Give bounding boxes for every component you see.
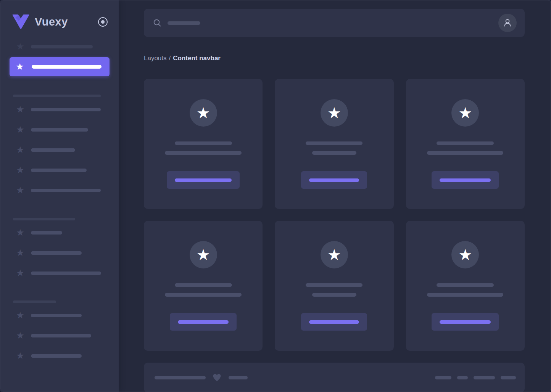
vuexy-logo-icon [12,14,30,29]
sidebar-menu-item[interactable]: ★ [16,185,119,195]
sidebar-menu: ★ ★ ★ ★ ★ ★ ★ ★ ★ ★ ★ ★ [0,42,119,361]
demo-card: ★ [275,221,393,351]
sidebar-item-ghost[interactable]: ★ [16,42,119,51]
user-avatar[interactable] [498,14,517,32]
card-title-placeholder [175,283,232,287]
breadcrumb-current: Content navbar [173,55,221,62]
button-label-placeholder [178,320,229,324]
search-icon [153,19,161,27]
sidebar-menu-item[interactable]: ★ [16,104,119,114]
card-action-button[interactable] [432,313,499,331]
breadcrumb: Layouts/Content navbar [144,55,525,63]
sidebar-menu-item[interactable]: ★ [16,351,119,361]
footer-text-placeholder [155,376,206,379]
footer-link-placeholder [435,376,451,379]
card-action-button[interactable] [432,171,499,189]
footer-copyright [155,373,248,382]
sidebar-section-header-placeholder [13,218,75,220]
menu-label-placeholder [31,354,82,358]
star-icon: ★ [327,105,341,120]
star-icon: ★ [458,247,472,262]
radio-circle-icon[interactable] [98,17,108,27]
sidebar-menu-item[interactable]: ★ [16,165,119,175]
card-star-badge: ★ [321,241,348,268]
star-icon: ★ [15,62,24,72]
menu-label-placeholder [32,65,102,69]
card-action-button[interactable] [301,171,367,189]
star-icon: ★ [16,268,25,278]
breadcrumb-separator: / [169,55,171,62]
sidebar-section-header-placeholder [13,300,56,303]
card-star-badge: ★ [321,99,348,127]
star-icon: ★ [16,310,25,320]
sidebar-menu-item[interactable]: ★ [16,145,119,155]
sidebar-menu-item[interactable]: ★ [16,248,119,258]
menu-label-placeholder [31,334,91,337]
button-label-placeholder [309,320,359,324]
footer-links [435,376,516,379]
top-navbar [144,9,525,37]
page-footer [144,363,525,392]
sidebar: Vuexy ★ ★ ★ ★ ★ ★ [0,0,119,392]
star-icon: ★ [16,248,25,258]
person-icon [503,18,512,28]
card-action-button[interactable] [167,171,240,189]
sidebar-menu-item[interactable]: ★ [16,331,119,341]
demo-card: ★ [406,79,525,209]
sidebar-menu-item[interactable]: ★ [16,310,119,320]
search-placeholder-bar [168,21,200,25]
star-icon: ★ [16,331,25,341]
star-icon: ★ [16,145,25,155]
star-icon: ★ [197,247,210,262]
footer-link-placeholder [457,376,468,379]
card-subtitle-placeholder [427,293,503,297]
demo-card: ★ [275,79,393,209]
card-title-placeholder [175,141,232,145]
star-icon: ★ [327,247,341,262]
card-star-badge: ★ [190,241,217,268]
button-label-placeholder [309,178,359,182]
menu-label-placeholder [31,108,101,111]
menu-label-placeholder [31,251,82,255]
star-icon: ★ [16,125,25,135]
card-title-placeholder [437,141,494,145]
heart-icon [212,373,222,382]
card-action-button[interactable] [301,313,367,331]
sidebar-menu-item[interactable]: ★ [16,268,119,278]
search-input[interactable] [153,19,498,27]
button-label-placeholder [175,178,232,182]
button-label-placeholder [440,178,491,182]
sidebar-item-active[interactable]: ★ [10,57,110,76]
cards-grid: ★ ★ ★ ★ ★ [144,79,525,351]
app-title: Vuexy [35,16,68,28]
star-icon: ★ [16,165,25,175]
star-icon: ★ [458,105,472,120]
breadcrumb-parent[interactable]: Layouts [144,55,167,62]
footer-link-placeholder [501,376,516,379]
card-star-badge: ★ [451,99,479,127]
menu-label-placeholder [31,169,87,172]
card-subtitle-placeholder [165,151,242,155]
content-area: Layouts/Content navbar ★ ★ ★ [119,0,551,392]
card-title-placeholder [306,283,362,287]
sidebar-menu-item[interactable]: ★ [16,228,119,238]
card-subtitle-placeholder [312,151,356,155]
demo-card: ★ [406,221,525,351]
sidebar-section-header-placeholder [13,95,101,97]
footer-link-placeholder [474,376,495,379]
card-subtitle-placeholder [312,293,356,297]
star-icon: ★ [197,105,210,120]
card-star-badge: ★ [190,99,217,127]
star-icon: ★ [16,351,25,361]
card-title-placeholder [437,283,494,287]
menu-label-placeholder [31,128,88,132]
card-subtitle-placeholder [427,151,503,155]
sidebar-menu-item[interactable]: ★ [16,125,119,135]
star-icon: ★ [16,228,25,238]
logo-row: Vuexy [12,13,108,30]
demo-card: ★ [144,221,263,351]
card-subtitle-placeholder [165,293,242,297]
card-star-badge: ★ [451,241,479,268]
card-action-button[interactable] [170,313,237,331]
star-icon: ★ [16,185,25,195]
